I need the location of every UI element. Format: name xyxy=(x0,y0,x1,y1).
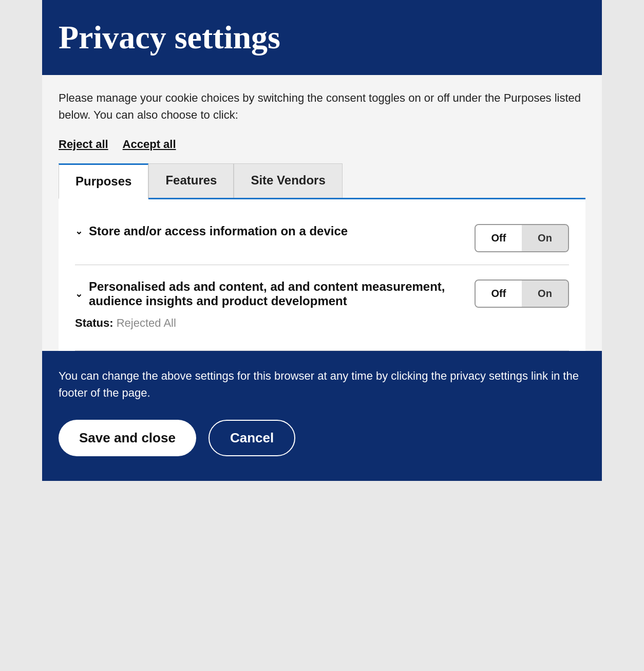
section-personalised-ads-content: ⌄ Personalised ads and content, ad and c… xyxy=(75,279,464,338)
header-section: Privacy settings xyxy=(42,0,602,75)
toggle-store-access-on[interactable]: On xyxy=(522,225,568,251)
toggle-personalised-ads-off[interactable]: Off xyxy=(476,281,522,307)
section-personalised-ads: ⌄ Personalised ads and content, ad and c… xyxy=(75,265,569,351)
tab-features[interactable]: Features xyxy=(148,163,234,198)
tab-purposes[interactable]: Purposes xyxy=(59,163,148,199)
status-label: Status: xyxy=(75,316,113,329)
reject-all-button[interactable]: Reject all xyxy=(59,138,108,151)
footer-buttons: Save and close Cancel xyxy=(59,420,585,456)
accept-all-button[interactable]: Accept all xyxy=(123,138,176,151)
description-text: Please manage your cookie choices by swi… xyxy=(59,89,585,123)
save-and-close-button[interactable]: Save and close xyxy=(59,420,196,456)
section-store-access-header: ⌄ Store and/or access information on a d… xyxy=(75,224,569,252)
status-line: Status: Rejected All xyxy=(75,316,464,330)
page-title: Privacy settings xyxy=(59,18,585,57)
toggle-personalised-ads-on[interactable]: On xyxy=(522,281,568,307)
tabs-container: Purposes Features Site Vendors xyxy=(59,163,585,199)
section-store-access-title: ⌄ Store and/or access information on a d… xyxy=(75,224,348,238)
chevron-icon: ⌄ xyxy=(75,226,83,237)
tab-site-vendors[interactable]: Site Vendors xyxy=(234,163,342,198)
body-section: Please manage your cookie choices by swi… xyxy=(42,75,602,351)
quick-actions-row: Reject all Accept all xyxy=(59,138,585,151)
toggle-store-access-off[interactable]: Off xyxy=(476,225,522,251)
chevron-icon-2: ⌄ xyxy=(75,288,83,300)
status-value: Rejected All xyxy=(117,316,176,329)
footer-section: You can change the above settings for th… xyxy=(42,351,602,481)
footer-info-text: You can change the above settings for th… xyxy=(59,367,585,401)
section-store-access: ⌄ Store and/or access information on a d… xyxy=(75,210,569,265)
toggle-personalised-ads: Off On xyxy=(475,279,569,308)
section-personalised-ads-header: ⌄ Personalised ads and content, ad and c… xyxy=(75,279,569,338)
cancel-button[interactable]: Cancel xyxy=(209,420,295,456)
toggle-store-access: Off On xyxy=(475,224,569,252)
content-area: ⌄ Store and/or access information on a d… xyxy=(59,199,585,351)
section-personalised-ads-title: ⌄ Personalised ads and content, ad and c… xyxy=(75,279,464,308)
